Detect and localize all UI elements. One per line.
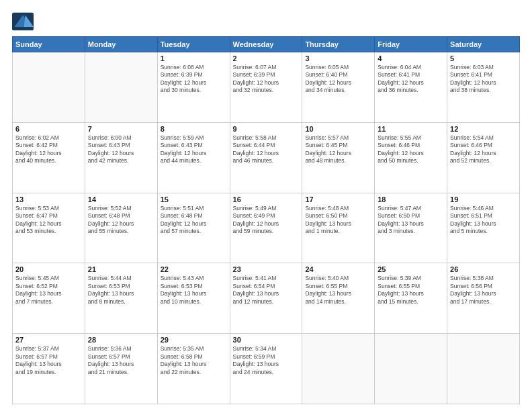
day-number: 6 <box>15 125 82 133</box>
day-info: Sunrise: 5:40 AM Sunset: 6:55 PM Dayligh… <box>305 275 371 306</box>
day-info: Sunrise: 5:41 AM Sunset: 6:54 PM Dayligh… <box>233 275 300 306</box>
day-number: 11 <box>378 125 444 133</box>
calendar-cell: 28Sunrise: 5:36 AM Sunset: 6:57 PM Dayli… <box>85 334 157 404</box>
day-number: 26 <box>450 265 517 273</box>
day-number: 10 <box>305 125 371 133</box>
calendar-cell <box>13 52 85 123</box>
day-info: Sunrise: 5:38 AM Sunset: 6:56 PM Dayligh… <box>450 275 517 306</box>
calendar-cell: 10Sunrise: 5:57 AM Sunset: 6:45 PM Dayli… <box>302 122 375 193</box>
day-number: 7 <box>88 125 154 133</box>
calendar-cell: 30Sunrise: 5:34 AM Sunset: 6:59 PM Dayli… <box>230 334 302 404</box>
calendar-cell: 14Sunrise: 5:52 AM Sunset: 6:48 PM Dayli… <box>85 193 157 263</box>
weekday-header-wednesday: Wednesday <box>230 37 302 52</box>
logo-icon <box>12 12 34 31</box>
day-number: 1 <box>161 54 227 62</box>
calendar-cell <box>85 52 157 123</box>
day-number: 21 <box>88 265 154 273</box>
day-number: 27 <box>15 336 82 344</box>
day-info: Sunrise: 6:07 AM Sunset: 6:39 PM Dayligh… <box>233 64 300 95</box>
day-number: 17 <box>305 195 371 203</box>
calendar-cell: 22Sunrise: 5:43 AM Sunset: 6:53 PM Dayli… <box>157 263 230 334</box>
day-info: Sunrise: 5:54 AM Sunset: 6:46 PM Dayligh… <box>450 134 517 165</box>
calendar-cell: 13Sunrise: 5:53 AM Sunset: 6:47 PM Dayli… <box>13 193 85 263</box>
calendar-cell: 26Sunrise: 5:38 AM Sunset: 6:56 PM Dayli… <box>447 263 520 334</box>
day-number: 4 <box>378 54 444 62</box>
weekday-header-thursday: Thursday <box>302 37 375 52</box>
day-info: Sunrise: 6:04 AM Sunset: 6:41 PM Dayligh… <box>378 64 444 95</box>
day-number: 2 <box>233 54 300 62</box>
calendar-cell: 5Sunrise: 6:03 AM Sunset: 6:41 PM Daylig… <box>447 52 520 123</box>
page: SundayMondayTuesdayWednesdayThursdayFrid… <box>0 0 532 411</box>
day-info: Sunrise: 5:55 AM Sunset: 6:46 PM Dayligh… <box>378 134 444 165</box>
day-info: Sunrise: 5:37 AM Sunset: 6:57 PM Dayligh… <box>15 345 82 376</box>
day-number: 19 <box>450 195 517 203</box>
day-number: 28 <box>88 336 154 344</box>
day-info: Sunrise: 5:43 AM Sunset: 6:53 PM Dayligh… <box>161 275 227 306</box>
calendar-cell: 12Sunrise: 5:54 AM Sunset: 6:46 PM Dayli… <box>447 122 520 193</box>
calendar-cell: 8Sunrise: 5:59 AM Sunset: 6:43 PM Daylig… <box>157 122 230 193</box>
calendar-cell: 4Sunrise: 6:04 AM Sunset: 6:41 PM Daylig… <box>375 52 447 123</box>
calendar-cell: 24Sunrise: 5:40 AM Sunset: 6:55 PM Dayli… <box>302 263 375 334</box>
day-info: Sunrise: 5:53 AM Sunset: 6:47 PM Dayligh… <box>15 205 82 236</box>
calendar-cell <box>302 334 375 404</box>
calendar-header: SundayMondayTuesdayWednesdayThursdayFrid… <box>13 37 520 52</box>
day-number: 13 <box>15 195 82 203</box>
day-number: 20 <box>15 265 82 273</box>
calendar-cell: 25Sunrise: 5:39 AM Sunset: 6:55 PM Dayli… <box>375 263 447 334</box>
calendar-cell: 7Sunrise: 6:00 AM Sunset: 6:43 PM Daylig… <box>85 122 157 193</box>
day-info: Sunrise: 5:49 AM Sunset: 6:49 PM Dayligh… <box>233 205 300 236</box>
day-info: Sunrise: 5:36 AM Sunset: 6:57 PM Dayligh… <box>88 345 154 376</box>
day-info: Sunrise: 5:46 AM Sunset: 6:51 PM Dayligh… <box>450 205 517 236</box>
day-info: Sunrise: 5:51 AM Sunset: 6:48 PM Dayligh… <box>161 205 227 236</box>
weekday-header-monday: Monday <box>85 37 157 52</box>
day-info: Sunrise: 5:34 AM Sunset: 6:59 PM Dayligh… <box>233 345 300 376</box>
day-info: Sunrise: 5:35 AM Sunset: 6:58 PM Dayligh… <box>161 345 227 376</box>
day-info: Sunrise: 6:00 AM Sunset: 6:43 PM Dayligh… <box>88 134 154 165</box>
day-number: 15 <box>161 195 227 203</box>
calendar-body: 1Sunrise: 6:08 AM Sunset: 6:39 PM Daylig… <box>13 52 520 404</box>
day-info: Sunrise: 5:45 AM Sunset: 6:52 PM Dayligh… <box>15 275 82 306</box>
day-number: 30 <box>233 336 300 344</box>
weekday-header-saturday: Saturday <box>447 37 520 52</box>
day-number: 22 <box>161 265 227 273</box>
calendar-cell: 3Sunrise: 6:05 AM Sunset: 6:40 PM Daylig… <box>302 52 375 123</box>
weekday-header-tuesday: Tuesday <box>157 37 230 52</box>
calendar-cell: 15Sunrise: 5:51 AM Sunset: 6:48 PM Dayli… <box>157 193 230 263</box>
day-number: 24 <box>305 265 371 273</box>
day-info: Sunrise: 5:57 AM Sunset: 6:45 PM Dayligh… <box>305 134 371 165</box>
calendar-cell: 20Sunrise: 5:45 AM Sunset: 6:52 PM Dayli… <box>13 263 85 334</box>
calendar-cell: 27Sunrise: 5:37 AM Sunset: 6:57 PM Dayli… <box>13 334 85 404</box>
calendar-cell: 29Sunrise: 5:35 AM Sunset: 6:58 PM Dayli… <box>157 334 230 404</box>
day-info: Sunrise: 5:39 AM Sunset: 6:55 PM Dayligh… <box>378 275 444 306</box>
day-number: 3 <box>305 54 371 62</box>
day-info: Sunrise: 5:58 AM Sunset: 6:44 PM Dayligh… <box>233 134 300 165</box>
calendar-cell: 6Sunrise: 6:02 AM Sunset: 6:42 PM Daylig… <box>13 122 85 193</box>
day-info: Sunrise: 5:52 AM Sunset: 6:48 PM Dayligh… <box>88 205 154 236</box>
day-number: 12 <box>450 125 517 133</box>
day-info: Sunrise: 6:08 AM Sunset: 6:39 PM Dayligh… <box>161 64 227 95</box>
calendar-week-3: 13Sunrise: 5:53 AM Sunset: 6:47 PM Dayli… <box>13 193 520 263</box>
calendar-cell: 9Sunrise: 5:58 AM Sunset: 6:44 PM Daylig… <box>230 122 302 193</box>
calendar-cell: 11Sunrise: 5:55 AM Sunset: 6:46 PM Dayli… <box>375 122 447 193</box>
calendar-cell: 16Sunrise: 5:49 AM Sunset: 6:49 PM Dayli… <box>230 193 302 263</box>
calendar-week-4: 20Sunrise: 5:45 AM Sunset: 6:52 PM Dayli… <box>13 263 520 334</box>
calendar-week-2: 6Sunrise: 6:02 AM Sunset: 6:42 PM Daylig… <box>13 122 520 193</box>
logo <box>12 12 36 31</box>
day-number: 14 <box>88 195 154 203</box>
day-info: Sunrise: 5:59 AM Sunset: 6:43 PM Dayligh… <box>161 134 227 165</box>
calendar-cell: 18Sunrise: 5:47 AM Sunset: 6:50 PM Dayli… <box>375 193 447 263</box>
day-number: 29 <box>161 336 227 344</box>
calendar-week-1: 1Sunrise: 6:08 AM Sunset: 6:39 PM Daylig… <box>13 52 520 123</box>
day-number: 16 <box>233 195 300 203</box>
day-number: 9 <box>233 125 300 133</box>
calendar-cell: 17Sunrise: 5:48 AM Sunset: 6:50 PM Dayli… <box>302 193 375 263</box>
day-number: 25 <box>378 265 444 273</box>
day-info: Sunrise: 5:48 AM Sunset: 6:50 PM Dayligh… <box>305 205 371 236</box>
calendar-cell: 19Sunrise: 5:46 AM Sunset: 6:51 PM Dayli… <box>447 193 520 263</box>
calendar-week-5: 27Sunrise: 5:37 AM Sunset: 6:57 PM Dayli… <box>13 334 520 404</box>
calendar-cell: 23Sunrise: 5:41 AM Sunset: 6:54 PM Dayli… <box>230 263 302 334</box>
day-info: Sunrise: 6:02 AM Sunset: 6:42 PM Dayligh… <box>15 134 82 165</box>
header <box>12 12 520 31</box>
day-number: 18 <box>378 195 444 203</box>
calendar-cell: 21Sunrise: 5:44 AM Sunset: 6:53 PM Dayli… <box>85 263 157 334</box>
